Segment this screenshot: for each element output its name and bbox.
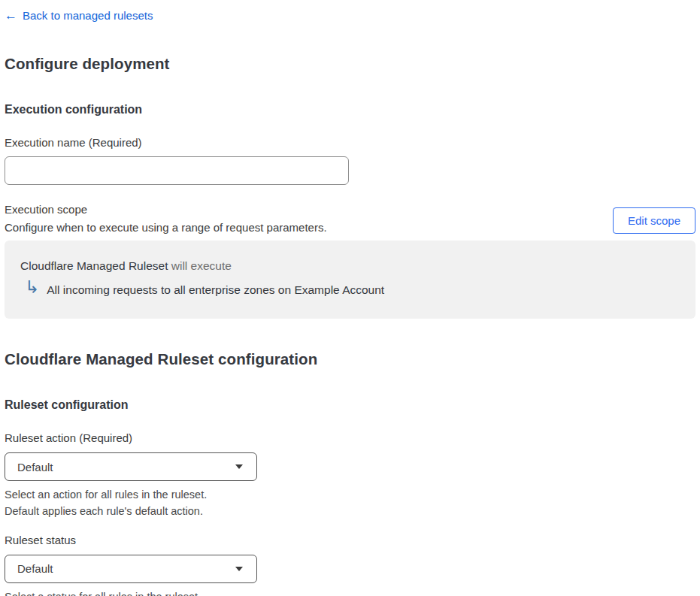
chevron-down-icon	[235, 567, 243, 571]
execution-scope-text: Execution scope Configure when to execut…	[5, 203, 327, 234]
ruleset-configuration-subheading: Ruleset configuration	[5, 398, 695, 412]
page-title: Configure deployment	[5, 55, 695, 73]
execution-configuration-heading: Execution configuration	[5, 103, 695, 116]
execution-scope-label: Execution scope	[5, 203, 327, 216]
ruleset-action-label: Ruleset action (Required)	[5, 431, 695, 444]
execution-name-input[interactable]	[5, 156, 349, 185]
scope-summary-box: Cloudflare Managed Ruleset will execute …	[5, 241, 695, 319]
chevron-down-icon	[235, 464, 243, 469]
ruleset-status-selected-value: Default	[17, 562, 53, 575]
ruleset-action-select[interactable]: Default	[5, 452, 257, 481]
ruleset-status-help: Select a status for all rules in the rul…	[5, 588, 695, 596]
branch-arrow-icon: ↳	[25, 279, 39, 296]
scope-summary-detail: All incoming requests to all enterprise …	[47, 283, 384, 297]
ruleset-action-help-line-2: Default applies each rule's default acti…	[5, 503, 695, 519]
ruleset-status-select[interactable]: Default	[5, 555, 257, 583]
back-link-label: Back to managed rulesets	[23, 9, 153, 22]
back-arrow-icon: ←	[5, 9, 17, 22]
scope-summary-detail-row: ↳ All incoming requests to all enterpris…	[20, 281, 677, 298]
scope-summary-suffix: will execute	[171, 259, 232, 272]
ruleset-status-help-line-1: Select a status for all rules in the rul…	[5, 588, 695, 596]
back-to-managed-rulesets-link[interactable]: ← Back to managed rulesets	[5, 9, 153, 22]
execution-name-label: Execution name (Required)	[5, 136, 695, 149]
execution-scope-description: Configure when to execute using a range …	[5, 221, 327, 234]
ruleset-action-help: Select an action for all rules in the ru…	[5, 486, 695, 520]
ruleset-action-help-line-1: Select an action for all rules in the ru…	[5, 486, 695, 503]
scope-summary-headline: Cloudflare Managed Ruleset will execute	[20, 259, 677, 273]
ruleset-status-label: Ruleset status	[5, 534, 695, 546]
execution-scope-row: Execution scope Configure when to execut…	[5, 203, 695, 234]
edit-scope-button[interactable]: Edit scope	[613, 207, 695, 234]
scope-summary-ruleset-name: Cloudflare Managed Ruleset	[20, 259, 168, 272]
ruleset-action-selected-value: Default	[17, 461, 53, 473]
ruleset-configuration-page-heading: Cloudflare Managed Ruleset configuration	[5, 350, 695, 368]
configure-deployment-page: ← Back to managed rulesets Configure dep…	[0, 0, 700, 596]
